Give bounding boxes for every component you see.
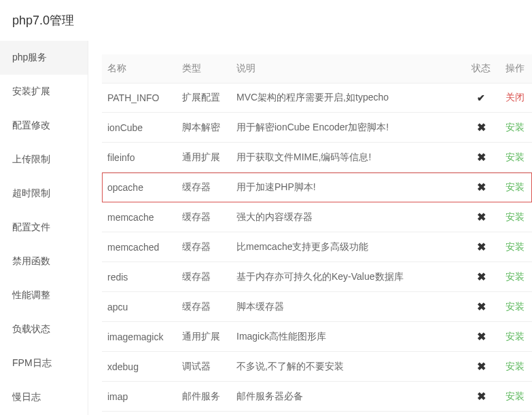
sidebar: php服务安装扩展配置修改上传限制超时限制配置文件禁用函数性能调整负载状态FPM… bbox=[0, 41, 88, 415]
col-header-desc: 说明 bbox=[231, 54, 464, 84]
ext-desc: 用于解密ionCube Encoder加密脚本! bbox=[231, 113, 464, 143]
install-button[interactable]: 安装 bbox=[506, 241, 525, 252]
x-icon: ✖ bbox=[477, 391, 486, 402]
sidebar-item-9[interactable]: FPM日志 bbox=[0, 346, 88, 380]
sidebar-item-0[interactable]: php服务 bbox=[0, 41, 88, 75]
x-icon: ✖ bbox=[477, 331, 486, 342]
ext-name: memcache bbox=[102, 202, 177, 232]
install-button[interactable]: 安装 bbox=[506, 361, 525, 372]
ext-desc: 不多说,不了解的不要安装 bbox=[231, 352, 464, 382]
table-row: imap邮件服务邮件服务器必备✖安装 bbox=[102, 382, 532, 412]
install-button[interactable]: 安装 bbox=[506, 391, 525, 401]
ext-name: fileinfo bbox=[102, 143, 177, 173]
ext-status: ✖ bbox=[464, 113, 498, 143]
ext-status: ✖ bbox=[464, 292, 498, 322]
sidebar-item-10[interactable]: 慢日志 bbox=[0, 380, 88, 414]
install-button[interactable]: 安装 bbox=[506, 301, 525, 312]
ext-desc: 强大的内容缓存器 bbox=[231, 202, 464, 232]
ext-type: 通用扩展 bbox=[177, 143, 231, 173]
ext-desc: 邮件服务器必备 bbox=[231, 382, 464, 412]
col-header-status: 状态 bbox=[464, 54, 498, 84]
sidebar-item-2[interactable]: 配置修改 bbox=[0, 109, 88, 143]
ext-desc: 比memcache支持更多高级功能 bbox=[231, 232, 464, 262]
ext-type: 脚本解密 bbox=[177, 113, 231, 143]
table-row: exif通用扩展用于读取图片EXIF信息✖安装 bbox=[102, 412, 532, 416]
install-button[interactable]: 安装 bbox=[506, 211, 525, 222]
ext-name: imap bbox=[102, 382, 177, 412]
x-icon: ✖ bbox=[477, 122, 486, 133]
ext-desc: 用于获取文件MIME,编码等信息! bbox=[231, 143, 464, 173]
table-row: memcache缓存器强大的内容缓存器✖安装 bbox=[102, 202, 532, 232]
install-button[interactable]: 安装 bbox=[506, 271, 525, 282]
col-header-action: 操作 bbox=[498, 54, 532, 84]
ext-status: ✖ bbox=[464, 232, 498, 262]
x-icon: ✖ bbox=[477, 181, 486, 193]
table-row: memcached缓存器比memcache支持更多高级功能✖安装 bbox=[102, 232, 532, 262]
ext-name: PATH_INFO bbox=[102, 84, 177, 113]
ext-type: 通用扩展 bbox=[177, 322, 231, 352]
x-icon: ✖ bbox=[477, 241, 486, 253]
table-row: ionCube脚本解密用于解密ionCube Encoder加密脚本!✖安装 bbox=[102, 113, 532, 143]
ext-type: 缓存器 bbox=[177, 202, 231, 232]
check-icon: ✔ bbox=[477, 92, 485, 103]
ext-desc: Imagick高性能图形库 bbox=[231, 322, 464, 352]
ext-status: ✖ bbox=[464, 322, 498, 352]
ext-status: ✖ bbox=[464, 412, 498, 416]
table-row: redis缓存器基于内存亦可持久化的Key-Value数据库✖安装 bbox=[102, 262, 532, 292]
table-row: opcache缓存器用于加速PHP脚本!✖安装 bbox=[102, 173, 532, 202]
ext-status: ✖ bbox=[464, 352, 498, 382]
ext-status: ✖ bbox=[464, 173, 498, 202]
sidebar-item-7[interactable]: 性能调整 bbox=[0, 278, 88, 312]
x-icon: ✖ bbox=[477, 301, 486, 312]
x-icon: ✖ bbox=[477, 271, 486, 283]
table-row: fileinfo通用扩展用于获取文件MIME,编码等信息!✖安装 bbox=[102, 143, 532, 173]
page-title: php7.0管理 bbox=[0, 0, 532, 41]
install-button[interactable]: 安装 bbox=[506, 122, 525, 132]
col-header-name: 名称 bbox=[102, 54, 177, 84]
sidebar-item-3[interactable]: 上传限制 bbox=[0, 143, 88, 177]
x-icon: ✖ bbox=[477, 211, 486, 223]
ext-name: apcu bbox=[102, 292, 177, 322]
table-row: imagemagick通用扩展Imagick高性能图形库✖安装 bbox=[102, 322, 532, 352]
close-button[interactable]: 关闭 bbox=[506, 92, 525, 103]
sidebar-item-1[interactable]: 安装扩展 bbox=[0, 75, 88, 109]
ext-type: 缓存器 bbox=[177, 232, 231, 262]
ext-name: xdebug bbox=[102, 352, 177, 382]
ext-desc: 基于内存亦可持久化的Key-Value数据库 bbox=[231, 262, 464, 292]
table-row: apcu缓存器脚本缓存器✖安装 bbox=[102, 292, 532, 322]
table-row: xdebug调试器不多说,不了解的不要安装✖安装 bbox=[102, 352, 532, 382]
x-icon: ✖ bbox=[477, 361, 486, 372]
extensions-table: 名称 类型 说明 状态 操作 PATH_INFO扩展配置MVC架构的程序需要开启… bbox=[102, 54, 532, 415]
col-header-type: 类型 bbox=[177, 54, 231, 84]
ext-desc: MVC架构的程序需要开启,如typecho bbox=[231, 84, 464, 113]
ext-status: ✔ bbox=[464, 84, 498, 113]
ext-name: exif bbox=[102, 412, 177, 416]
ext-name: opcache bbox=[102, 173, 177, 202]
ext-status: ✖ bbox=[464, 382, 498, 412]
ext-status: ✖ bbox=[464, 262, 498, 292]
ext-desc: 用于加速PHP脚本! bbox=[231, 173, 464, 202]
table-row: PATH_INFO扩展配置MVC架构的程序需要开启,如typecho✔关闭 bbox=[102, 84, 532, 113]
install-button[interactable]: 安装 bbox=[506, 331, 525, 342]
ext-desc: 用于读取图片EXIF信息 bbox=[231, 412, 464, 416]
sidebar-item-5[interactable]: 配置文件 bbox=[0, 211, 88, 245]
ext-type: 邮件服务 bbox=[177, 382, 231, 412]
ext-name: memcached bbox=[102, 232, 177, 262]
install-button[interactable]: 安装 bbox=[506, 151, 525, 162]
install-button[interactable]: 安装 bbox=[506, 181, 525, 192]
ext-status: ✖ bbox=[464, 143, 498, 173]
sidebar-item-8[interactable]: 负载状态 bbox=[0, 312, 88, 346]
ext-desc: 脚本缓存器 bbox=[231, 292, 464, 322]
ext-type: 通用扩展 bbox=[177, 412, 231, 416]
x-icon: ✖ bbox=[477, 151, 486, 163]
ext-type: 调试器 bbox=[177, 352, 231, 382]
ext-name: ionCube bbox=[102, 113, 177, 143]
ext-name: imagemagick bbox=[102, 322, 177, 352]
ext-status: ✖ bbox=[464, 202, 498, 232]
ext-name: redis bbox=[102, 262, 177, 292]
ext-type: 缓存器 bbox=[177, 292, 231, 322]
sidebar-item-4[interactable]: 超时限制 bbox=[0, 177, 88, 211]
ext-type: 扩展配置 bbox=[177, 84, 231, 113]
ext-type: 缓存器 bbox=[177, 262, 231, 292]
sidebar-item-6[interactable]: 禁用函数 bbox=[0, 245, 88, 278]
